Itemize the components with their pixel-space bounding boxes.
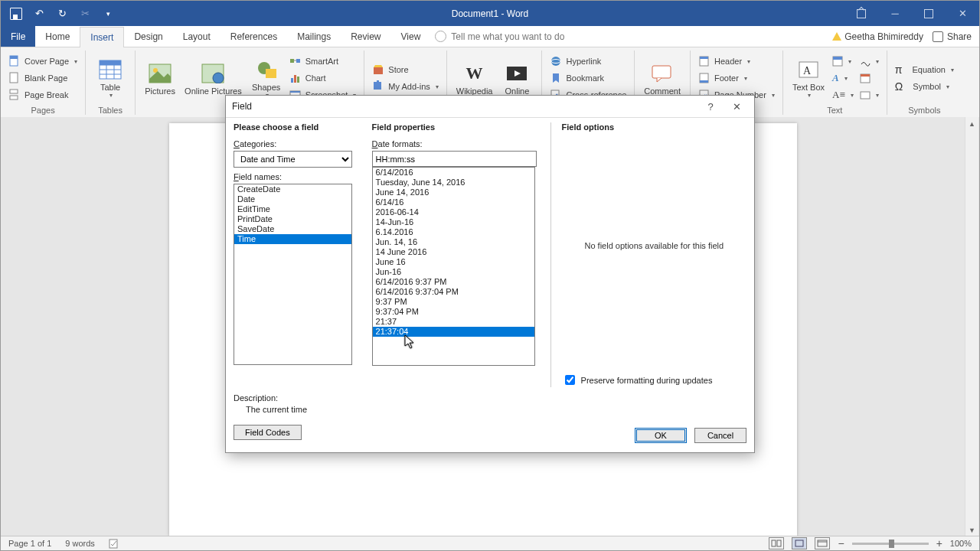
date-format-input[interactable] — [372, 151, 537, 167]
online-video-button[interactable]: Online — [497, 61, 537, 96]
cancel-button[interactable]: Cancel — [694, 428, 746, 443]
zoom-level[interactable]: 100% — [950, 539, 972, 548]
date-format-item[interactable]: 6/14/2016 9:37:04 PM — [373, 287, 534, 297]
preserve-formatting-input[interactable] — [565, 375, 575, 385]
undo-button[interactable]: ↶ — [31, 6, 47, 21]
field-name-item[interactable]: CreateDate — [234, 184, 351, 194]
cover-page-button[interactable]: Cover Page▾ — [5, 53, 80, 70]
dialog-help-button[interactable]: ? — [699, 98, 722, 115]
pictures-button[interactable]: Pictures — [140, 61, 180, 96]
comment-button[interactable]: Comment — [639, 61, 685, 96]
cut-button[interactable]: ✂ — [77, 6, 93, 21]
object-button[interactable]: ▾ — [857, 86, 882, 103]
read-mode-button[interactable] — [769, 537, 784, 549]
bookmark-icon — [550, 72, 562, 84]
tab-file[interactable]: File — [1, 26, 35, 47]
table-button[interactable]: Table▾ — [90, 57, 130, 99]
blank-page-button[interactable]: Blank Page — [5, 70, 80, 86]
share-button[interactable]: Share — [933, 31, 972, 42]
tab-review[interactable]: Review — [341, 26, 390, 47]
signature-line-button[interactable]: ▾ — [857, 53, 882, 70]
field-name-item[interactable]: PrintDate — [234, 214, 351, 224]
smartart-button[interactable]: SmartArt — [286, 53, 360, 70]
field-name-item[interactable]: EditTime — [234, 204, 351, 214]
field-names-listbox[interactable]: CreateDateDateEditTimePrintDateSaveDateT… — [234, 184, 352, 365]
date-format-item[interactable]: 14-Jun-16 — [373, 217, 534, 227]
word-count[interactable]: 9 words — [65, 539, 95, 548]
print-layout-button[interactable] — [792, 537, 807, 549]
page-indicator[interactable]: Page 1 of 1 — [8, 539, 51, 548]
date-format-item[interactable]: 6/14/2016 9:37 PM — [373, 277, 534, 287]
preserve-formatting-checkbox[interactable]: Preserve formatting during updates — [562, 373, 746, 387]
date-format-item[interactable]: Jun-16 — [373, 267, 534, 277]
web-layout-button[interactable] — [815, 537, 830, 549]
svg-text:A: A — [803, 65, 812, 77]
date-format-item[interactable]: 14 June 2016 — [373, 247, 534, 257]
date-format-item[interactable]: Jun. 14, 16 — [373, 237, 534, 247]
save-button[interactable] — [8, 6, 24, 21]
maximize-button[interactable] — [912, 1, 946, 26]
dialog-close-button[interactable]: ✕ — [725, 98, 748, 115]
date-format-item[interactable]: 21:37:04 — [373, 327, 534, 337]
chart-button[interactable]: Chart — [286, 70, 360, 86]
date-format-item[interactable]: 2016-06-14 — [373, 207, 534, 217]
proofing-icon[interactable] — [109, 538, 119, 549]
tab-insert[interactable]: Insert — [80, 27, 124, 47]
redo-button[interactable]: ↻ — [54, 6, 70, 21]
bookmark-button[interactable]: Bookmark — [547, 70, 629, 86]
tab-references[interactable]: References — [220, 26, 287, 47]
store-button[interactable]: Store — [369, 61, 441, 78]
zoom-in-button[interactable]: + — [936, 537, 942, 549]
online-pictures-button[interactable]: Online Pictures — [180, 61, 247, 96]
date-format-item[interactable]: 21:37 — [373, 317, 534, 327]
field-name-item[interactable]: SaveDate — [234, 224, 351, 234]
field-dialog: Field ? ✕ Please choose a field Categori… — [225, 95, 755, 453]
date-format-item[interactable]: 6/14/16 — [373, 197, 534, 207]
tell-me-search[interactable]: Tell me what you want to do — [435, 26, 564, 47]
ok-button[interactable]: OK — [635, 428, 687, 443]
shapes-button[interactable]: Shapes▾ — [247, 57, 286, 99]
field-name-item[interactable]: Time — [234, 234, 351, 244]
qat-customize[interactable]: ▾ — [100, 6, 116, 21]
addins-icon — [372, 80, 384, 93]
wikipedia-button[interactable]: WWikipedia — [452, 61, 498, 96]
wordart-button[interactable]: A▾ — [829, 70, 857, 86]
date-format-item[interactable]: 6.14.2016 — [373, 227, 534, 237]
categories-dropdown[interactable]: Date and Time — [234, 151, 352, 168]
tab-view[interactable]: View — [391, 26, 431, 47]
date-format-item[interactable]: 6/14/2016 — [373, 168, 534, 178]
date-format-item[interactable]: 9:37 PM — [373, 297, 534, 307]
date-format-item[interactable]: June 14, 2016 — [373, 187, 534, 197]
close-button[interactable]: ✕ — [946, 1, 979, 26]
tab-layout[interactable]: Layout — [173, 26, 220, 47]
field-name-item[interactable]: Date — [234, 194, 351, 204]
zoom-out-button[interactable]: − — [838, 537, 844, 549]
field-codes-button[interactable]: Field Codes — [234, 425, 302, 440]
signed-in-user[interactable]: Geetha Bhimireddy — [832, 31, 923, 42]
tab-design[interactable]: Design — [124, 26, 172, 47]
tab-home[interactable]: Home — [35, 26, 80, 47]
date-format-item[interactable]: June 16 — [373, 257, 534, 267]
text-box-button[interactable]: AText Box▾ — [788, 57, 829, 99]
my-addins-button[interactable]: My Add-ins▾ — [369, 78, 441, 95]
equation-button[interactable]: π Equation▾ — [892, 61, 957, 78]
footer-button[interactable]: Footer▾ — [695, 70, 778, 86]
zoom-slider[interactable] — [852, 543, 929, 545]
date-format-item[interactable]: Tuesday, June 14, 2016 — [373, 178, 534, 187]
drop-cap-button[interactable]: A≡▾ — [829, 86, 857, 103]
date-formats-listbox[interactable]: 6/14/2016Tuesday, June 14, 2016June 14, … — [372, 167, 535, 366]
hyperlink-button[interactable]: Hyperlink — [547, 53, 629, 70]
scroll-down-icon[interactable]: ▼ — [965, 523, 978, 536]
ribbon-display-options[interactable] — [844, 1, 878, 26]
quick-parts-button[interactable]: ▾ — [829, 53, 857, 70]
scroll-up-icon[interactable]: ▲ — [965, 117, 978, 130]
date-time-button[interactable] — [857, 70, 882, 86]
page-break-button[interactable]: Page Break — [5, 86, 80, 103]
header-button[interactable]: Header▾ — [695, 53, 778, 70]
minimize-button[interactable]: ─ — [878, 1, 912, 26]
footer-icon — [698, 72, 710, 84]
vertical-scrollbar[interactable]: ▲ ▼ — [965, 117, 978, 536]
symbol-button[interactable]: Ω Symbol▾ — [892, 78, 957, 95]
tab-mailings[interactable]: Mailings — [287, 26, 341, 47]
date-format-item[interactable]: 9:37:04 PM — [373, 307, 534, 317]
